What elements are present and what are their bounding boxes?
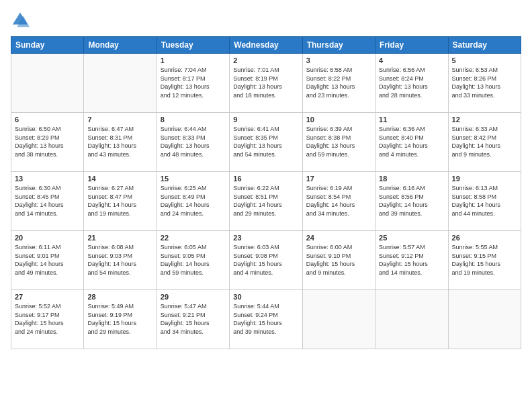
day-number: 19	[452, 175, 517, 183]
calendar-cell: 9Sunrise: 6:41 AM Sunset: 8:35 PM Daylig…	[230, 113, 302, 172]
day-of-week-header: Monday	[84, 37, 157, 54]
logo-icon	[11, 11, 30, 30]
calendar-cell: 2Sunrise: 7:01 AM Sunset: 8:19 PM Daylig…	[230, 54, 302, 113]
day-number: 9	[233, 116, 298, 124]
calendar-cell: 20Sunrise: 6:11 AM Sunset: 9:01 PM Dayli…	[11, 231, 84, 290]
calendar-cell	[375, 290, 448, 349]
calendar-cell: 26Sunrise: 5:55 AM Sunset: 9:15 PM Dayli…	[448, 231, 521, 290]
calendar-cell: 30Sunrise: 5:44 AM Sunset: 9:24 PM Dayli…	[230, 290, 302, 349]
calendar-cell: 7Sunrise: 6:47 AM Sunset: 8:31 PM Daylig…	[84, 113, 157, 172]
calendar-cell: 13Sunrise: 6:30 AM Sunset: 8:45 PM Dayli…	[11, 172, 84, 231]
calendar-week-row: 20Sunrise: 6:11 AM Sunset: 9:01 PM Dayli…	[11, 231, 521, 290]
calendar-week-row: 6Sunrise: 6:50 AM Sunset: 8:29 PM Daylig…	[11, 113, 521, 172]
day-info: Sunrise: 6:47 AM Sunset: 8:31 PM Dayligh…	[87, 125, 152, 158]
logo	[11, 11, 31, 30]
day-number: 20	[15, 234, 80, 242]
calendar-cell: 29Sunrise: 5:47 AM Sunset: 9:21 PM Dayli…	[157, 290, 229, 349]
day-number: 12	[452, 116, 517, 124]
day-number: 22	[161, 234, 226, 242]
calendar-cell: 25Sunrise: 5:57 AM Sunset: 9:12 PM Dayli…	[375, 231, 448, 290]
calendar-cell: 22Sunrise: 6:05 AM Sunset: 9:05 PM Dayli…	[157, 231, 229, 290]
day-number: 5	[452, 56, 517, 64]
page: SundayMondayTuesdayWednesdayThursdayFrid…	[0, 0, 532, 411]
day-of-week-header: Thursday	[302, 37, 375, 54]
day-number: 8	[161, 116, 226, 124]
day-info: Sunrise: 6:05 AM Sunset: 9:05 PM Dayligh…	[161, 243, 226, 277]
day-number: 15	[161, 175, 226, 183]
calendar-cell: 8Sunrise: 6:44 AM Sunset: 8:33 PM Daylig…	[157, 113, 229, 172]
day-info: Sunrise: 5:55 AM Sunset: 9:15 PM Dayligh…	[452, 243, 517, 277]
calendar-cell: 1Sunrise: 7:04 AM Sunset: 8:17 PM Daylig…	[157, 54, 229, 113]
day-info: Sunrise: 6:30 AM Sunset: 8:45 PM Dayligh…	[15, 184, 80, 218]
day-info: Sunrise: 6:11 AM Sunset: 9:01 PM Dayligh…	[15, 243, 80, 277]
day-of-week-header: Sunday	[11, 37, 84, 54]
calendar-cell	[302, 290, 375, 349]
calendar-cell: 18Sunrise: 6:16 AM Sunset: 8:56 PM Dayli…	[375, 172, 448, 231]
calendar-cell	[84, 54, 157, 113]
day-number: 23	[233, 234, 298, 242]
day-number: 26	[452, 234, 517, 242]
day-of-week-header: Wednesday	[230, 37, 302, 54]
calendar-cell: 11Sunrise: 6:36 AM Sunset: 8:40 PM Dayli…	[375, 113, 448, 172]
day-info: Sunrise: 6:13 AM Sunset: 8:58 PM Dayligh…	[452, 184, 517, 218]
day-of-week-header: Friday	[375, 37, 448, 54]
calendar-cell: 19Sunrise: 6:13 AM Sunset: 8:58 PM Dayli…	[448, 172, 521, 231]
day-info: Sunrise: 6:39 AM Sunset: 8:38 PM Dayligh…	[306, 125, 371, 158]
calendar-cell: 21Sunrise: 6:08 AM Sunset: 9:03 PM Dayli…	[84, 231, 157, 290]
day-number: 30	[233, 293, 298, 301]
calendar-cell: 17Sunrise: 6:19 AM Sunset: 8:54 PM Dayli…	[302, 172, 375, 231]
day-number: 25	[379, 234, 444, 242]
day-info: Sunrise: 6:16 AM Sunset: 8:56 PM Dayligh…	[379, 184, 444, 218]
day-number: 29	[161, 293, 226, 301]
day-info: Sunrise: 6:44 AM Sunset: 8:33 PM Dayligh…	[161, 125, 226, 158]
calendar-cell: 28Sunrise: 5:49 AM Sunset: 9:19 PM Dayli…	[84, 290, 157, 349]
day-of-week-header: Saturday	[448, 37, 521, 54]
calendar-week-row: 27Sunrise: 5:52 AM Sunset: 9:17 PM Dayli…	[11, 290, 521, 349]
day-number: 27	[15, 293, 80, 301]
calendar-cell: 10Sunrise: 6:39 AM Sunset: 8:38 PM Dayli…	[302, 113, 375, 172]
day-info: Sunrise: 6:36 AM Sunset: 8:40 PM Dayligh…	[379, 125, 444, 158]
header	[11, 11, 521, 30]
day-number: 4	[379, 56, 444, 64]
day-info: Sunrise: 6:50 AM Sunset: 8:29 PM Dayligh…	[15, 125, 80, 158]
calendar-cell	[11, 54, 84, 113]
day-info: Sunrise: 6:25 AM Sunset: 8:49 PM Dayligh…	[161, 184, 226, 218]
calendar-week-row: 1Sunrise: 7:04 AM Sunset: 8:17 PM Daylig…	[11, 54, 521, 113]
day-info: Sunrise: 6:56 AM Sunset: 8:24 PM Dayligh…	[379, 66, 444, 99]
day-info: Sunrise: 6:08 AM Sunset: 9:03 PM Dayligh…	[87, 243, 152, 277]
day-info: Sunrise: 6:53 AM Sunset: 8:26 PM Dayligh…	[452, 66, 517, 99]
day-number: 21	[87, 234, 152, 242]
day-number: 13	[15, 175, 80, 183]
day-info: Sunrise: 5:49 AM Sunset: 9:19 PM Dayligh…	[87, 302, 152, 336]
day-number: 2	[233, 56, 298, 64]
day-number: 17	[306, 175, 371, 183]
calendar-table: SundayMondayTuesdayWednesdayThursdayFrid…	[11, 36, 521, 349]
day-info: Sunrise: 5:47 AM Sunset: 9:21 PM Dayligh…	[161, 302, 226, 336]
day-number: 3	[306, 56, 371, 64]
calendar-header-row: SundayMondayTuesdayWednesdayThursdayFrid…	[11, 37, 521, 54]
day-number: 10	[306, 116, 371, 124]
calendar-cell: 24Sunrise: 6:00 AM Sunset: 9:10 PM Dayli…	[302, 231, 375, 290]
day-number: 16	[233, 175, 298, 183]
day-number: 6	[15, 116, 80, 124]
day-info: Sunrise: 6:58 AM Sunset: 8:22 PM Dayligh…	[306, 66, 371, 99]
calendar-cell: 23Sunrise: 6:03 AM Sunset: 9:08 PM Dayli…	[230, 231, 302, 290]
day-number: 11	[379, 116, 444, 124]
calendar-cell: 14Sunrise: 6:27 AM Sunset: 8:47 PM Dayli…	[84, 172, 157, 231]
day-info: Sunrise: 5:52 AM Sunset: 9:17 PM Dayligh…	[15, 302, 80, 336]
calendar-cell: 15Sunrise: 6:25 AM Sunset: 8:49 PM Dayli…	[157, 172, 229, 231]
day-number: 14	[87, 175, 152, 183]
day-info: Sunrise: 6:22 AM Sunset: 8:51 PM Dayligh…	[233, 184, 298, 218]
day-info: Sunrise: 6:33 AM Sunset: 8:42 PM Dayligh…	[452, 125, 517, 158]
calendar-cell: 6Sunrise: 6:50 AM Sunset: 8:29 PM Daylig…	[11, 113, 84, 172]
calendar-cell: 27Sunrise: 5:52 AM Sunset: 9:17 PM Dayli…	[11, 290, 84, 349]
day-info: Sunrise: 6:19 AM Sunset: 8:54 PM Dayligh…	[306, 184, 371, 218]
calendar-cell: 4Sunrise: 6:56 AM Sunset: 8:24 PM Daylig…	[375, 54, 448, 113]
calendar-cell: 16Sunrise: 6:22 AM Sunset: 8:51 PM Dayli…	[230, 172, 302, 231]
calendar-week-row: 13Sunrise: 6:30 AM Sunset: 8:45 PM Dayli…	[11, 172, 521, 231]
day-info: Sunrise: 5:44 AM Sunset: 9:24 PM Dayligh…	[233, 302, 298, 336]
calendar-cell: 5Sunrise: 6:53 AM Sunset: 8:26 PM Daylig…	[448, 54, 521, 113]
calendar-cell	[448, 290, 521, 349]
day-info: Sunrise: 6:03 AM Sunset: 9:08 PM Dayligh…	[233, 243, 298, 277]
day-number: 18	[379, 175, 444, 183]
